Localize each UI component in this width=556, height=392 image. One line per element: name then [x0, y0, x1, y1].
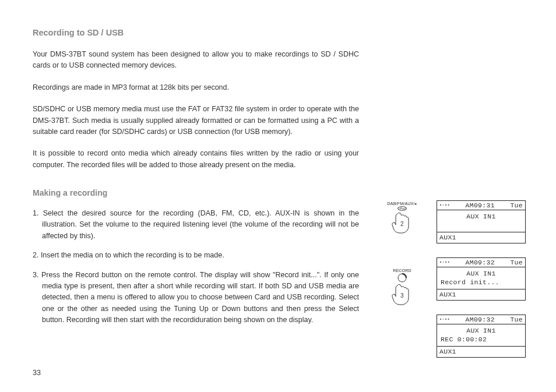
lcd-time: AM09:31	[465, 202, 494, 209]
record-button-icon	[397, 273, 407, 282]
page-number: 33	[33, 369, 41, 377]
signal-icon: ▪▫▪▪	[439, 203, 450, 207]
subsection-heading: Making a recording	[33, 188, 523, 197]
section-heading: Recording to SD / USB	[33, 28, 523, 37]
hand-number: 3	[400, 292, 404, 299]
lcd-screen-1: ▪▫▪▪ AM09:31 Tue AUX IN1 AUX1	[437, 200, 526, 243]
lcd-footer: AUX1	[437, 347, 525, 357]
lcd-screen-2: ▪▫▪▪ AM09:32 Tue AUX IN1 Record init... …	[437, 257, 526, 301]
lcd-day: Tue	[510, 316, 523, 323]
lcd-source: AUX IN1	[439, 213, 523, 220]
lcd-source: AUX IN1	[439, 327, 523, 334]
lcd-source: AUX IN1	[439, 270, 523, 277]
button-label-ipod: i-Pod	[397, 206, 407, 211]
figure-step-2: DAB/FM/AUX/● i-Pod 2	[373, 202, 431, 236]
lcd-status: REC 0:00:02	[439, 336, 523, 343]
lcd-time: AM09:32	[465, 316, 494, 323]
hand-press-icon: 3	[389, 284, 416, 306]
lcd-day: Tue	[510, 202, 523, 209]
lcd-screen-3: ▪▫▪▪ AM09:32 Tue AUX IN1 REC 0:00:02 AUX…	[437, 315, 526, 358]
lcd-time: AM09:32	[465, 259, 494, 266]
step-3: 3. Press the Record button on the remote…	[33, 270, 359, 326]
button-label-record: RECORD	[373, 269, 431, 273]
button-label-source: DAB/FM/AUX/●	[373, 202, 431, 206]
lcd-day: Tue	[510, 259, 523, 266]
paragraph-4: It is possible to record onto media whic…	[33, 148, 359, 171]
signal-icon: ▪▫▪▪	[439, 317, 450, 322]
lcd-footer: AUX1	[437, 289, 525, 300]
hand-press-icon: 2	[389, 212, 416, 234]
paragraph-3: SD/SDHC or USB memory media must use the…	[33, 104, 359, 137]
figure-column: DAB/FM/AUX/● i-Pod 2 RECORD 3	[373, 202, 431, 340]
signal-icon: ▪▫▪▪	[439, 260, 450, 264]
step-1: 1. Select the desired source for the rec…	[33, 208, 359, 242]
figure-step-3: RECORD 3	[373, 269, 431, 308]
step-2: 2. Insert the media on to which the reco…	[33, 250, 359, 261]
paragraph-1: Your DMS-37BT sound system has been desi…	[33, 49, 359, 72]
lcd-status: Record init...	[439, 279, 523, 286]
lcd-footer: AUX1	[437, 232, 525, 243]
lcd-column: ▪▫▪▪ AM09:31 Tue AUX IN1 AUX1 ▪▫▪▪ AM09:…	[437, 200, 526, 372]
paragraph-2: Recordings are made in MP3 format at 128…	[33, 82, 359, 93]
hand-number: 2	[400, 221, 404, 227]
